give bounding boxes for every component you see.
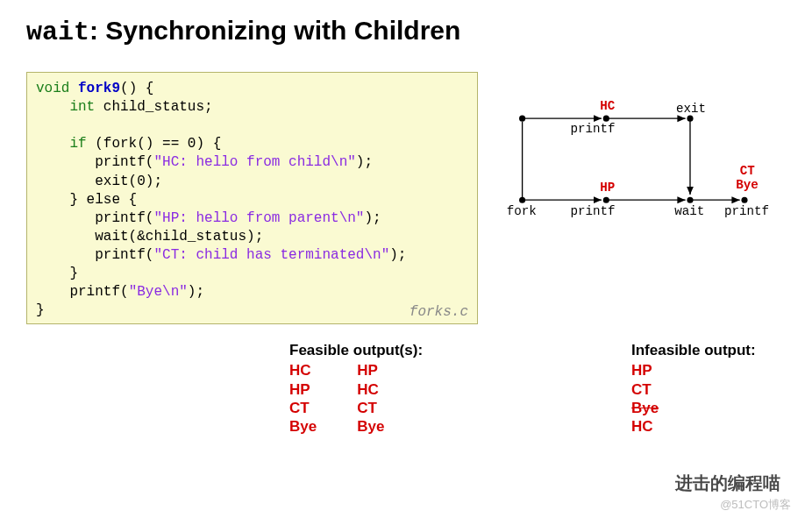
feasible-2-1: HC (357, 380, 384, 399)
graph-fork: fork (507, 204, 537, 218)
infeasible-2: Bye (631, 399, 756, 417)
feasible-heading: Feasible output(s): (289, 342, 631, 359)
code-listing: void fork9() { int child_status; if (for… (36, 80, 468, 320)
infeasible-0: HP (631, 361, 756, 379)
infeasible-outputs: Infeasible output: HP CT Bye HC (631, 342, 756, 436)
content-row: void fork9() { int child_status; if (for… (26, 72, 779, 324)
graph-hp: HP (600, 181, 615, 195)
svg-point-12 (741, 197, 747, 203)
feasible-2-0: HP (357, 361, 384, 379)
graph-printf-2: printf (571, 204, 616, 218)
code-box: void fork9() { int child_status; if (for… (26, 72, 478, 324)
filename-label: forks.c (410, 304, 468, 320)
infeasible-heading: Infeasible output: (631, 342, 756, 359)
title-rest: : Synchronizing with Children (89, 16, 460, 45)
graph-printf-3: printf (724, 204, 769, 218)
graph-exit: exit (676, 102, 706, 116)
title-code: wait (26, 18, 89, 47)
infeasible-3: HC (631, 417, 756, 436)
feasible-1-3: Bye (289, 417, 317, 436)
outputs-row: Feasible output(s): HC HP CT Bye HP HC C… (26, 342, 779, 436)
graph-ct: CT (740, 164, 755, 178)
graph-wait: wait (674, 204, 704, 218)
feasible-1-1: HP (289, 380, 317, 399)
infeasible-1: CT (631, 380, 756, 399)
watermark-handle: @51CTO博客 (720, 497, 791, 513)
process-graph: HC exit printf HP CT Bye fork printf wai… (499, 72, 779, 254)
feasible-outputs: Feasible output(s): HC HP CT Bye HP HC C… (289, 342, 631, 436)
feasible-2-3: Bye (357, 417, 384, 436)
graph-printf-1: printf (571, 122, 616, 136)
feasible-1-0: HC (289, 361, 317, 379)
graph-hc: HC (600, 99, 615, 113)
watermark-text: 进击的编程喵 (675, 472, 780, 495)
slide: wait: Synchronizing with Children void f… (0, 0, 805, 532)
graph-bye: Bye (736, 178, 759, 192)
feasible-1-2: CT (289, 399, 317, 417)
slide-title: wait: Synchronizing with Children (26, 16, 779, 47)
feasible-2-2: CT (357, 399, 384, 417)
